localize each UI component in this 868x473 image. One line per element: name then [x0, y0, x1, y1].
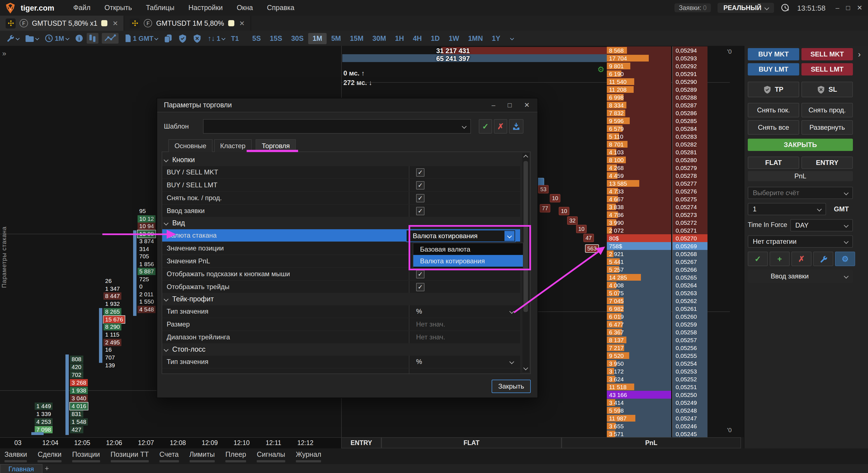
template-save-button[interactable]	[509, 119, 524, 134]
copy-button[interactable]	[164, 34, 173, 43]
orderbook-row[interactable]: 7 8320,05286	[607, 109, 708, 117]
shield-check-button[interactable]	[179, 34, 187, 43]
dom-settings-gear-icon[interactable]: ⚙	[597, 65, 604, 74]
dialog-row-value[interactable]: ✓	[409, 166, 520, 178]
order-entry-section[interactable]: Ввод заявки	[748, 270, 853, 283]
orderbook-row[interactable]: 3 8380,05274	[607, 203, 708, 211]
cancel-button[interactable]: ✗	[792, 252, 811, 266]
orderbook-row[interactable]: 8 1000,05280	[607, 156, 708, 164]
orderbook-row[interactable]: 4 0080,05264	[607, 281, 708, 289]
orderbook-row[interactable]: 43 1660,05250	[607, 391, 708, 399]
dialog-close-icon[interactable]: ✕	[524, 101, 530, 109]
timeframe-30m[interactable]: 30M	[368, 33, 391, 44]
folder-button[interactable]	[25, 34, 39, 42]
buy-lmt-button[interactable]: BUY LMT	[748, 63, 799, 75]
dialog-row-10[interactable]: Отображать трейды✓	[162, 281, 520, 293]
orderbook-row[interactable]: 3 4140,05249	[607, 399, 708, 407]
bottom-tab-0[interactable]: Заявки	[4, 451, 27, 462]
bottom-tab-4[interactable]: Счета	[159, 451, 179, 462]
scrollbar-thumb[interactable]	[524, 161, 528, 312]
section-collapse-icon[interactable]	[164, 297, 168, 302]
pnl-bar[interactable]: PnL	[748, 171, 853, 181]
scroll-up-icon[interactable]	[524, 155, 528, 160]
panel-expand-icon[interactable]: »	[2, 49, 6, 58]
orderbook-row[interactable]: 4 7860,05273	[607, 211, 708, 219]
template-delete-button[interactable]: ✗	[494, 119, 507, 134]
close-button[interactable]: ✕	[857, 4, 862, 12]
dialog-section-15[interactable]: Стоп-лосс	[162, 344, 520, 355]
bottom-tab-1[interactable]: Сделки	[38, 451, 62, 462]
orderbook-row[interactable]: 3 5710,05245	[607, 430, 708, 437]
volume-profile-toggle[interactable]	[86, 33, 98, 43]
orderbook-row[interactable]: 3 9500,05254	[607, 359, 708, 367]
orderbook-row[interactable]: 6 3670,05258	[607, 328, 708, 336]
tif-select[interactable]: DAY	[790, 219, 853, 231]
orderbook-row[interactable]: 7 2170,05256	[607, 344, 708, 352]
orderbook-row[interactable]: 8 3340,05287	[607, 101, 708, 109]
add-button[interactable]: +	[770, 252, 790, 266]
t1-button[interactable]: T1	[231, 34, 239, 42]
add-workspace-button[interactable]: +	[45, 464, 49, 472]
clock-add-icon[interactable]	[781, 3, 790, 12]
tools-button[interactable]	[813, 252, 833, 266]
dialog-row-value[interactable]: ✓	[409, 192, 520, 204]
orderbook-row[interactable]: 9 5200,05255	[607, 352, 708, 359]
dropdown-option-1[interactable]: Валюта котирования	[413, 255, 523, 267]
dialog-section-11[interactable]: Тейк-профит	[162, 293, 520, 305]
dialog-row-value[interactable]: ✓	[409, 268, 520, 280]
orderbook-row[interactable]: 80$0,05270	[607, 234, 708, 242]
dialog-section-0[interactable]: Кнопки	[162, 154, 520, 165]
cancel-sells-button[interactable]: Снять прод.	[801, 103, 853, 118]
dialog-tab-2[interactable]: Торговля	[256, 139, 296, 152]
dialog-section-5[interactable]: Вид	[162, 218, 520, 229]
dialog-row-12[interactable]: Тип значения%	[162, 305, 520, 318]
timeframe-5m[interactable]: 5M	[327, 33, 345, 44]
workspace-tab-main[interactable]: Главная	[0, 464, 42, 473]
tab-close-icon[interactable]: ✕	[239, 19, 245, 27]
sell-lmt-button[interactable]: SELL LMT	[801, 63, 853, 75]
tp-button[interactable]: TP	[748, 82, 799, 97]
menu-item-3[interactable]: Настройки	[188, 4, 223, 12]
dialog-tab-1[interactable]: Кластер	[214, 139, 252, 152]
tab-close-icon[interactable]: ✕	[113, 19, 118, 27]
timeframe-1d[interactable]: 1D	[426, 33, 444, 44]
timeframe-1w[interactable]: 1W	[444, 33, 464, 44]
orderbook-row[interactable]: 11 9870,05247	[607, 414, 708, 422]
orderbook-row[interactable]: 8 7010,05282	[607, 140, 708, 148]
orderbook-row[interactable]: 9 5960,05285	[607, 117, 708, 125]
dialog-row-value[interactable]: ✓	[409, 204, 520, 217]
dialog-row-value[interactable]: Нет знач.	[409, 318, 520, 330]
orderbook-row[interactable]: 3 6240,05252	[607, 375, 708, 383]
timeframe-1y[interactable]: 1Y	[488, 33, 505, 44]
strategy-select[interactable]: Нет стратегии	[748, 235, 853, 248]
orderbook-row[interactable]: 4 6670,05275	[607, 195, 708, 203]
timeframe-more-chevron-icon[interactable]	[510, 36, 514, 40]
orderbook-row[interactable]: 7 0450,05262	[607, 297, 708, 305]
section-collapse-icon[interactable]	[164, 347, 168, 352]
dialog-row-2[interactable]: BUY / SELL LMT✓	[162, 179, 520, 191]
orderbook-row[interactable]: 758$0,05269	[607, 242, 708, 250]
bottom-section-entry[interactable]: ENTRY	[341, 437, 381, 448]
quantity-selector[interactable]: ↑↓ 1	[208, 34, 225, 42]
orderbook-row[interactable]: 14 2850,05265	[607, 274, 708, 281]
orderbook-row[interactable]: 6 9980,05288	[607, 93, 708, 101]
chart-tab-0[interactable]: FGMTUSDT 5,80% x1✕	[0, 15, 124, 31]
dialog-row-16[interactable]: Тип значения%	[162, 355, 520, 368]
dialog-close-button[interactable]: Закрыть	[492, 380, 531, 393]
orderbook-row[interactable]: 5 4410,05267	[607, 258, 708, 265]
orderbook-row[interactable]: 4 7330,05276	[607, 187, 708, 195]
timeframe-1m[interactable]: 1M	[308, 33, 327, 44]
template-input[interactable]	[203, 119, 471, 134]
dropdown-option-0[interactable]: Базовая валюта	[413, 243, 523, 255]
close-position-button[interactable]: ЗАКРЫТЬ	[748, 139, 853, 151]
dialog-row-14[interactable]: Диапазон трейлингаНет знач.	[162, 331, 520, 343]
dialog-row-1[interactable]: BUY / SELL MKT✓	[162, 166, 520, 178]
bottom-section-flat[interactable]: FLAT	[381, 437, 561, 448]
menu-item-1[interactable]: Открыть	[104, 4, 132, 12]
section-collapse-icon[interactable]	[164, 221, 168, 226]
orderbook-row[interactable]: 17 7040,05293	[607, 54, 708, 62]
checkbox[interactable]: ✓	[416, 168, 425, 177]
menu-item-0[interactable]: Файл	[73, 4, 90, 12]
minimize-button[interactable]: –	[836, 4, 839, 12]
menu-item-4[interactable]: Окна	[237, 4, 253, 12]
